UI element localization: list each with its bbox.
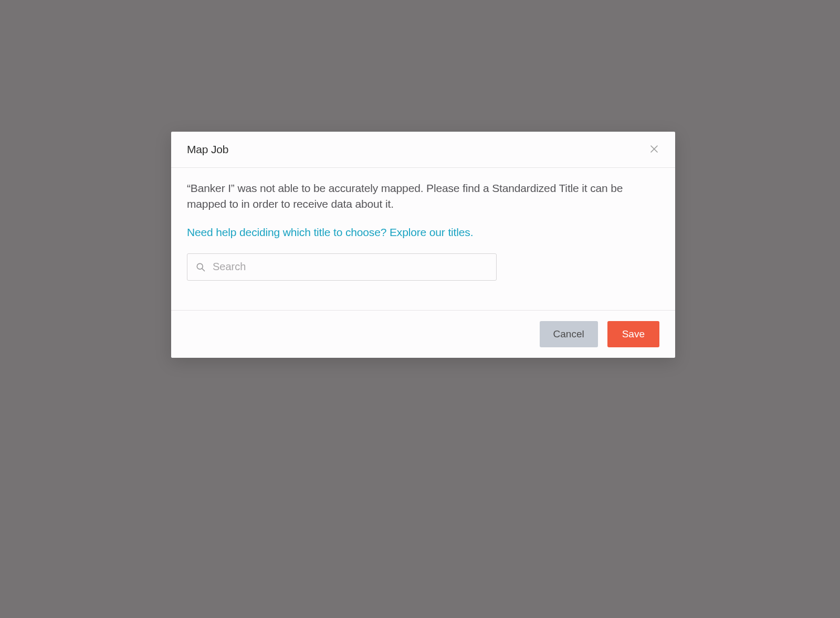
- map-job-modal: Map Job “Banker I” was not able to be ac…: [171, 132, 675, 358]
- modal-title: Map Job: [187, 143, 228, 156]
- cancel-button[interactable]: Cancel: [540, 321, 598, 347]
- mapping-description: “Banker I” was not able to be accurately…: [187, 180, 659, 212]
- explore-titles-link[interactable]: Need help deciding which title to choose…: [187, 226, 473, 239]
- modal-header: Map Job: [171, 132, 675, 168]
- svg-line-3: [202, 269, 204, 271]
- save-button[interactable]: Save: [607, 321, 659, 347]
- modal-footer: Cancel Save: [171, 310, 675, 358]
- search-icon: [195, 262, 206, 272]
- svg-point-2: [197, 263, 203, 269]
- close-icon: [650, 145, 658, 155]
- close-button[interactable]: [649, 144, 659, 155]
- modal-body: “Banker I” was not able to be accurately…: [171, 168, 675, 310]
- search-field-wrap: [187, 253, 497, 281]
- search-input[interactable]: [187, 254, 496, 280]
